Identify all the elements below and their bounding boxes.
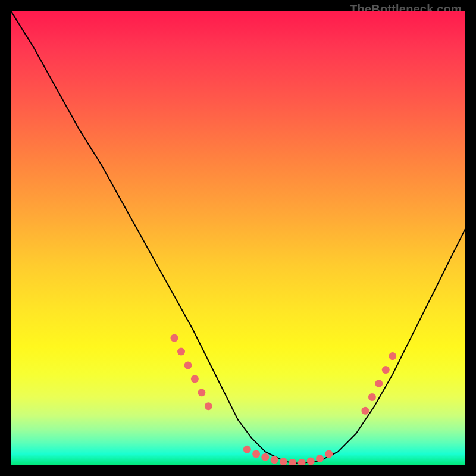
data-point xyxy=(271,456,278,464)
data-point xyxy=(389,352,396,360)
data-point xyxy=(184,361,192,369)
chart-svg xyxy=(11,11,465,465)
data-point xyxy=(198,389,205,396)
chart-frame: TheBottleneck.com xyxy=(11,11,465,465)
data-point xyxy=(289,459,296,465)
data-point xyxy=(191,375,199,383)
data-point xyxy=(368,393,376,401)
data-point xyxy=(316,455,324,462)
data-point xyxy=(205,402,212,410)
data-point xyxy=(280,458,287,465)
data-point xyxy=(382,366,390,374)
data-point xyxy=(307,458,315,465)
data-point xyxy=(361,407,369,415)
data-point xyxy=(252,450,260,458)
performance-curve xyxy=(11,11,465,463)
data-point xyxy=(375,380,383,387)
data-point xyxy=(171,334,178,342)
data-point xyxy=(261,453,269,461)
data-point xyxy=(177,348,185,356)
data-point xyxy=(325,450,333,458)
data-point xyxy=(298,459,306,465)
data-point xyxy=(243,446,251,453)
